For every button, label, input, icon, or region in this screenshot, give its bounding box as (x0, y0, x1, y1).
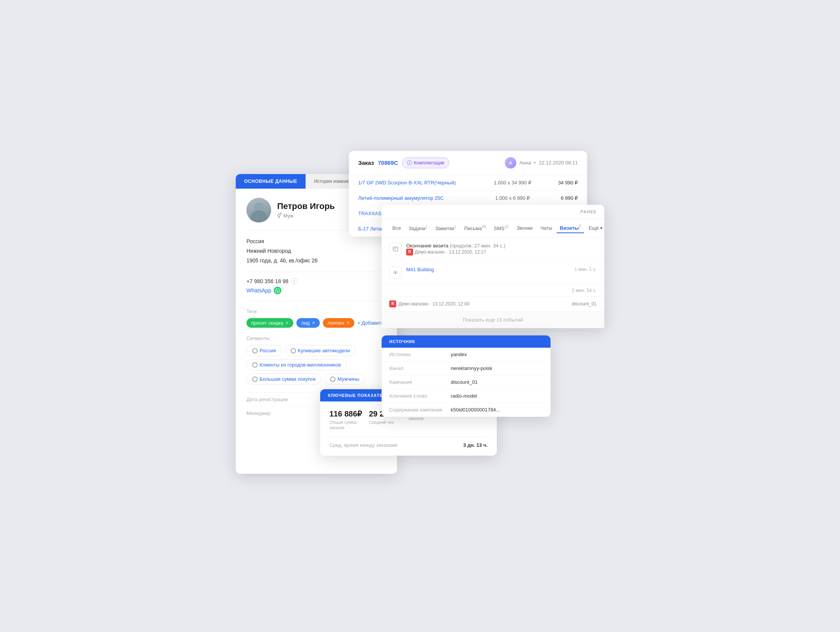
segments-container: Россия Купившие автомодели Клиенты из го… (246, 345, 386, 385)
segment-big-sum[interactable]: Большая сумма покупок (246, 373, 321, 385)
event-title: Окончание визита (продолж. 27 мин. 34 с.… (406, 243, 597, 249)
event-icon (389, 243, 402, 255)
segment-icon (330, 377, 336, 382)
whatsapp-icon (274, 287, 281, 294)
profile-name: Петров Игорь (277, 201, 335, 211)
source-row-content: Содержание кампании k50id010000001784... (382, 403, 551, 417)
item-price: 6 990 ₽ (539, 195, 578, 201)
segment-icon (252, 362, 258, 368)
segment-icon (252, 348, 258, 353)
segment-men[interactable]: Мужчины (324, 373, 365, 385)
tags-section-label: Теги (246, 309, 386, 314)
tab-visits[interactable]: Визиты7 (557, 223, 584, 233)
event-title: M41 Bulldog (406, 267, 570, 272)
source-tab: ИСТОЧНИК (382, 335, 551, 348)
order-status-badge: ⓘ Комплектация (402, 158, 450, 168)
tab-more[interactable]: Ещё ▾ (585, 224, 604, 232)
segment-russia[interactable]: Россия (246, 345, 282, 356)
event-source: R Демо-магазин · 13.12.2020, 12:27 (406, 249, 597, 255)
tag-lead-remove[interactable]: ✕ (312, 320, 315, 325)
tag-discount[interactable]: просит скидку ✕ (246, 318, 293, 328)
source-row-campaign: Кампания discount_01 (382, 375, 551, 389)
source-body: Источник yandex Канал nereklamnyy-poisk … (382, 348, 551, 417)
event-time-2: 2 мин. 54 с. (572, 288, 597, 293)
order-header: Заказ 70869С ⓘ Комплектация А Анна • 22.… (349, 151, 587, 175)
order-item: 1/7 GP 2WD Scorpion B-XXL RTR(Черный) 1.… (358, 175, 578, 191)
source-r-icon: R (406, 249, 413, 255)
order-id[interactable]: 70869С (378, 159, 398, 166)
profile-gender: ⚥ Муж. (277, 213, 335, 219)
segment-cities[interactable]: Клиенты из городов-миллионников (246, 359, 347, 370)
avatar (246, 198, 271, 222)
tag-lead[interactable]: лид ✕ (296, 318, 319, 328)
event-content: M41 Bulldog (406, 267, 570, 272)
source-row-channel: Канал nereklamnyy-poisk (382, 362, 551, 375)
source-row-source: Источник yandex (382, 348, 551, 362)
segment-auto[interactable]: Купившие автомодели (285, 345, 356, 356)
source-card: ИСТОЧНИК Источник yandex Канал nereklamn… (382, 335, 551, 417)
show-more-button[interactable]: Показать еще 13 событий (382, 312, 604, 328)
source-r-icon-2: R (389, 300, 396, 307)
phone-verify-icon: ✓ (291, 278, 298, 284)
tag-discount-remove[interactable]: ✕ (285, 320, 289, 325)
event-source-3: Демо-магазин · 13.12.2020, 12:00 (399, 301, 470, 307)
timeline-event-1: Окончание визита (продолж. 27 мин. 34 с.… (382, 237, 604, 261)
timeline-card: РАНЕЕ Все Задачи1 Заметки1 Письма49 SMS3… (382, 205, 604, 328)
event-time: 1 мин. 1 с. (574, 267, 597, 272)
timeline-section-label: РАНЕЕ (382, 205, 604, 219)
item-qty: 1.000 x 6 990 ₽ (486, 195, 539, 201)
order-title: Заказ 70869С ⓘ Комплектация (358, 158, 449, 168)
segment-icon (252, 377, 258, 382)
tab-calls[interactable]: Звонки (513, 224, 536, 232)
kpi-total-value: 116 886₽ (329, 409, 369, 418)
tab-all[interactable]: Все (389, 224, 404, 232)
item-name[interactable]: Литий-полимерный аккумулятор 25С (358, 195, 486, 201)
tags-container: просит скидку ✕ лид ✕ лоялен ✕ + Добавит… (246, 318, 386, 328)
event-content: Окончание визита (продолж. 27 мин. 34 с.… (406, 243, 597, 255)
timeline-tabs: Все Задачи1 Заметки1 Письма49 SMS31 Звон… (382, 219, 604, 237)
tag-loyal-remove[interactable]: ✕ (346, 320, 350, 325)
kpi-avg-time-row: Сред. время между заказами 3 дн. 13 ч. (329, 436, 488, 448)
whatsapp-link[interactable]: WhatsApp (246, 287, 386, 294)
add-tag-button[interactable]: + Добавить (357, 318, 384, 328)
order-item: Литий-полимерный аккумулятор 25С 1.000 x… (358, 191, 578, 206)
tab-sms[interactable]: SMS31 (491, 223, 512, 233)
segments-section-label: Сегменты (246, 335, 386, 341)
segment-icon (291, 348, 296, 353)
item-qty: 1.000 x 34 990 ₽ (486, 180, 539, 186)
scene: ОСНОВНЫЕ ДАННЫЕ История изменений Петров… (236, 151, 604, 481)
kpi-total: 116 886₽ Общая суммазаказов (329, 409, 369, 431)
order-meta: А Анна • 22.12.2020 08:11 (505, 157, 578, 169)
order-agent-avatar: А (505, 157, 516, 169)
contact-address: Россия Нижний Новгород 1905 года, д. 46,… (246, 237, 386, 266)
tag-loyal[interactable]: лоялен ✕ (323, 318, 354, 328)
item-name[interactable]: 1/7 GP 2WD Scorpion B-XXL RTR(Черный) (358, 180, 486, 186)
kpi-avg-check-label: Средний чек (369, 420, 408, 425)
contact-phone: +7 980 356 18 98 ✓ (246, 278, 386, 284)
tab-basic-data[interactable]: ОСНОВНЫЕ ДАННЫЕ (236, 174, 306, 189)
event-icon: 👁 (389, 267, 402, 279)
event-campaign: discount_01 (572, 301, 597, 307)
kpi-avg-time-value: 3 дн. 13 ч. (463, 442, 488, 448)
tab-letters[interactable]: Письма49 (461, 223, 489, 233)
timeline-event-2: 👁 M41 Bulldog 1 мин. 1 с. (382, 261, 604, 285)
kpi-avg-time-label: Сред. время между заказами (329, 442, 463, 448)
eye-icon: 👁 (393, 270, 398, 276)
tab-chats[interactable]: Чаты (537, 224, 555, 232)
item-price: 34 990 ₽ (539, 180, 578, 186)
tab-tasks[interactable]: Задачи1 (405, 223, 430, 233)
tab-notes[interactable]: Заметки1 (432, 223, 460, 233)
source-row-keyword: Ключевое слово radio-model (382, 389, 551, 403)
kpi-total-label: Общая суммазаказов (329, 420, 369, 431)
